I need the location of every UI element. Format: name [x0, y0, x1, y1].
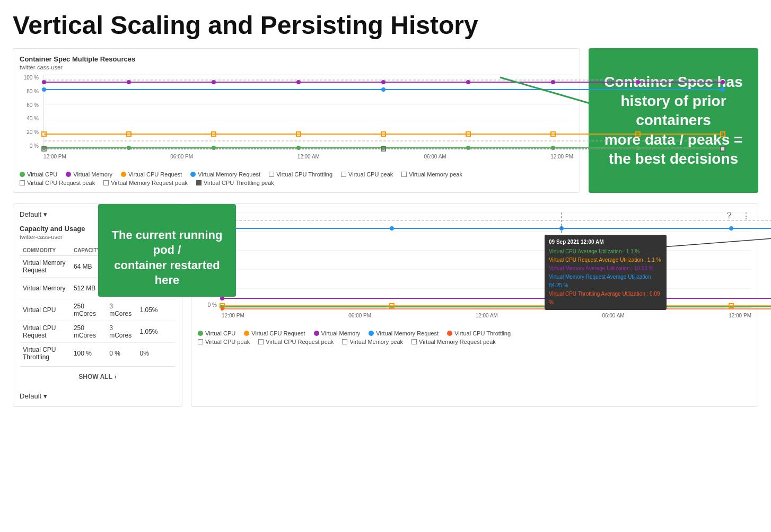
top-chart-svg: [44, 75, 573, 148]
chart-tooltip: 09 Sep 2021 12:00 AM Virtual CPU Average…: [545, 235, 667, 310]
b-legend-sq-cpu-peak: [198, 339, 203, 344]
top-legend-row2: Virtual CPU Request peak Virtual Memory …: [20, 180, 573, 186]
legend-virtual-cpu-throttling: Virtual CPU Throttling: [269, 171, 332, 178]
svg-point-33: [42, 87, 46, 92]
top-legend-row1: Virtual CPU Virtual Memory Virtual CPU R…: [20, 171, 573, 178]
table-row: Virtual CPU Throttling100 %0 %0%: [20, 343, 176, 365]
cell-used: 3 mCores: [106, 299, 136, 321]
tooltip-cpu-util: Virtual CPU Average Utilization : 1.1 %: [549, 247, 662, 256]
b-legend-mem-req-peak: Virtual Memory Request peak: [411, 339, 496, 345]
chevron-right-icon: ›: [115, 373, 117, 380]
svg-point-21: [551, 80, 555, 84]
b-legend-mem: Virtual Memory: [314, 330, 361, 336]
cell-commodity: Virtual Memory: [20, 278, 71, 299]
b-legend-sq-mem-req-peak: [411, 339, 417, 344]
legend-sq-cpu-peak: [341, 172, 346, 177]
legend-virtual-cpu-throttle-peak: Virtual CPU Throttling peak: [196, 180, 274, 186]
legend-dot-mem-req: [190, 172, 196, 177]
cell-utilization: 1.05%: [136, 321, 176, 343]
svg-point-11: [466, 146, 470, 150]
legend-sq-mem-peak: [401, 172, 407, 177]
bottom-dropdown-arrow-icon: ▾: [43, 392, 47, 400]
svg-point-10: [381, 146, 386, 150]
dropdown-label: Default: [20, 210, 41, 218]
legend-sq-throttle-peak: [196, 180, 201, 185]
bottom-chart-svg: [222, 212, 751, 307]
cell-capacity: 250 mCores: [71, 299, 106, 321]
legend-virtual-cpu-request: Virtual CPU Request: [121, 171, 182, 178]
cell-capacity: 100 %: [71, 343, 106, 365]
bottom-chart-area: 100 % 80 % 60 % 40 % 20 % 0 % 09 Sep 202…: [198, 212, 751, 318]
tooltip-date: 09 Sep 2021 12:00 AM: [549, 238, 662, 246]
svg-point-35: [721, 87, 725, 92]
svg-point-13: [636, 146, 640, 150]
cell-commodity: Virtual CPU Request: [20, 321, 71, 343]
left-panel: The current running pod / container rest…: [13, 203, 182, 407]
tooltip-mem-req-util: Virtual Memory Request Average Utilizati…: [549, 273, 662, 290]
top-chart-title: Container Spec Multiple Resources: [20, 55, 573, 63]
svg-point-17: [212, 80, 216, 84]
cell-commodity: Virtual CPU: [20, 299, 71, 321]
cell-utilization: 1.05%: [136, 299, 176, 321]
page: Vertical Scaling and Persisting History …: [0, 0, 771, 418]
svg-point-22: [636, 80, 640, 84]
top-chart-panel: Container Spec Multiple Resources twitte…: [13, 48, 580, 193]
svg-point-6: [42, 146, 46, 150]
b-legend-mem-peak: Virtual Memory peak: [342, 339, 403, 345]
cell-commodity: Virtual Memory Request: [20, 256, 71, 278]
svg-point-18: [296, 80, 301, 84]
b-legend-cpu: Virtual CPU: [198, 330, 235, 336]
legend-virtual-memory: Virtual Memory: [66, 171, 112, 178]
bottom-dropdown[interactable]: Default ▾: [20, 392, 176, 400]
legend-virtual-cpu: Virtual CPU: [20, 171, 57, 178]
b-legend-sq-cpu-req-peak: [258, 339, 264, 344]
top-chart-x-labels: 12:00 PM 06:00 PM 12:00 AM 06:00 AM 12:0…: [43, 154, 573, 159]
top-chart-y-labels: 100 % 80 % 60 % 40 % 20 % 0 %: [20, 75, 41, 149]
b-legend-mem-req: Virtual Memory Request: [369, 330, 439, 336]
svg-point-23: [721, 80, 725, 84]
table-row: Virtual CPU250 mCores3 mCores1.05%: [20, 299, 176, 321]
legend-virtual-cpu-peak: Virtual CPU peak: [341, 171, 393, 178]
svg-point-15: [42, 80, 46, 84]
top-chart-area: 100 % 80 % 60 % 40 % 20 % 0 %: [20, 75, 573, 159]
legend-dot-memory: [66, 172, 71, 177]
svg-point-51: [729, 226, 733, 230]
legend-virtual-mem-req-peak: Virtual Memory Request peak: [103, 180, 188, 186]
show-all-button[interactable]: SHOW ALL ›: [20, 366, 176, 387]
svg-point-16: [127, 80, 131, 84]
cell-used: 3 mCores: [106, 321, 136, 343]
legend-sq-mem-req-peak: [103, 180, 109, 185]
bottom-chart-x-labels: 12:00 PM 06:00 PM 12:00 AM 06:00 AM 12:0…: [222, 313, 751, 318]
svg-point-64: [221, 307, 224, 311]
b-legend-dot-cpu-req: [244, 331, 249, 336]
bottom-dropdown-label: Default: [20, 392, 41, 400]
b-legend-sq-mem-peak: [342, 339, 347, 344]
dropdown-arrow-icon: ▾: [43, 210, 47, 218]
b-legend-dot-throttle: [447, 331, 452, 336]
show-all-label: SHOW ALL: [78, 373, 112, 380]
cell-commodity: Virtual CPU Throttling: [20, 343, 71, 365]
top-section: Container Spec Multiple Resources twitte…: [13, 48, 758, 193]
svg-point-12: [551, 146, 555, 150]
legend-dot-cpu: [20, 172, 25, 177]
col-commodity: COMMODITY: [20, 245, 71, 256]
legend-virtual-memory-peak: Virtual Memory peak: [401, 171, 462, 178]
bottom-legend-row1: Virtual CPU Virtual CPU Request Virtual …: [198, 330, 751, 336]
svg-point-19: [381, 80, 386, 84]
b-legend-dot-cpu: [198, 331, 203, 336]
table-row: Virtual CPU Request250 mCores3 mCores1.0…: [20, 321, 176, 343]
legend-sq-cpu-req-peak: [20, 180, 25, 185]
top-chart-subtitle: twitter-cass-user: [20, 64, 573, 70]
svg-point-49: [390, 226, 394, 230]
cell-utilization: 0%: [136, 343, 176, 365]
legend-virtual-memory-request: Virtual Memory Request: [190, 171, 260, 178]
tooltip-cpu-req-util: Virtual CPU Request Average Utilization …: [549, 256, 662, 264]
top-callout: Container Spec has history of prior cont…: [589, 48, 758, 193]
svg-point-8: [212, 146, 216, 150]
cell-used: 0 %: [106, 343, 136, 365]
legend-dot-cpu-req: [121, 172, 126, 177]
b-legend-cpu-req-peak: Virtual CPU Request peak: [258, 339, 334, 345]
cell-capacity: 250 mCores: [71, 321, 106, 343]
svg-rect-38: [721, 147, 725, 151]
svg-point-7: [127, 146, 131, 150]
